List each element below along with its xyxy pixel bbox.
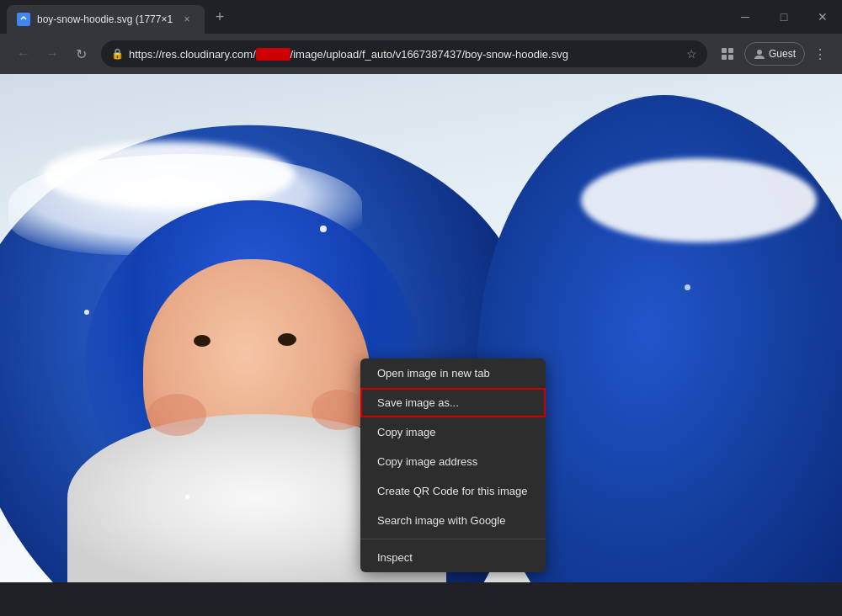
lock-icon: 🔒 bbox=[111, 48, 124, 60]
svg-point-5 bbox=[757, 50, 762, 55]
refresh-button[interactable]: ↻ bbox=[67, 40, 94, 67]
navigation-buttons: ← → ↻ bbox=[10, 40, 94, 67]
context-menu-qr-code[interactable]: Create QR Code for this image bbox=[360, 476, 546, 506]
context-menu-open-image[interactable]: Open image in new tab bbox=[360, 358, 546, 388]
tab-bar: boy-snow-hoodie.svg (1777×1 × + ─ □ ✕ bbox=[0, 0, 842, 34]
tab-title: boy-snow-hoodie.svg (1777×1 bbox=[37, 13, 173, 25]
svg-rect-1 bbox=[722, 48, 727, 53]
context-menu: Open image in new tab Save image as... C… bbox=[360, 358, 546, 572]
tab-close-button[interactable]: × bbox=[179, 12, 195, 27]
extensions-button[interactable] bbox=[714, 40, 741, 67]
forward-button[interactable]: → bbox=[39, 40, 66, 67]
svg-rect-2 bbox=[728, 48, 733, 53]
addressbar-row: ← → ↻ 🔒 https://res.cloudinary.com/████/… bbox=[0, 34, 842, 74]
window-controls: ─ □ ✕ bbox=[726, 0, 842, 34]
browser-menu-button[interactable]: ⋮ bbox=[808, 42, 832, 66]
new-tab-button[interactable]: + bbox=[208, 5, 232, 29]
toolbar-right: Guest ⋮ bbox=[714, 40, 832, 67]
back-button[interactable]: ← bbox=[10, 40, 37, 67]
context-menu-copy-image[interactable]: Copy image bbox=[360, 417, 546, 447]
maximize-button[interactable]: □ bbox=[765, 3, 803, 30]
svg-rect-3 bbox=[722, 55, 727, 60]
context-menu-copy-address[interactable]: Copy image address bbox=[360, 447, 546, 476]
content-area: Open image in new tab Save image as... C… bbox=[0, 74, 842, 582]
bookmark-icon: ☆ bbox=[686, 47, 697, 61]
tab-favicon bbox=[17, 13, 30, 26]
active-tab[interactable]: boy-snow-hoodie.svg (1777×1 × bbox=[7, 5, 205, 34]
address-bar[interactable]: 🔒 https://res.cloudinary.com/████/image/… bbox=[101, 40, 707, 67]
context-menu-divider bbox=[360, 539, 546, 539]
minimize-button[interactable]: ─ bbox=[726, 3, 765, 30]
svg-rect-4 bbox=[728, 55, 733, 60]
url-text: https://res.cloudinary.com/████/image/up… bbox=[129, 48, 681, 61]
tabs-area: boy-snow-hoodie.svg (1777×1 × + bbox=[0, 0, 726, 34]
profile-label: Guest bbox=[769, 48, 796, 60]
redacted-segment: ████ bbox=[256, 48, 290, 61]
close-button[interactable]: ✕ bbox=[803, 3, 842, 30]
context-menu-inspect[interactable]: Inspect bbox=[360, 543, 546, 572]
context-menu-save-image[interactable]: Save image as... bbox=[360, 388, 546, 417]
profile-button[interactable]: Guest bbox=[744, 42, 805, 66]
context-menu-search-google[interactable]: Search image with Google bbox=[360, 506, 546, 535]
